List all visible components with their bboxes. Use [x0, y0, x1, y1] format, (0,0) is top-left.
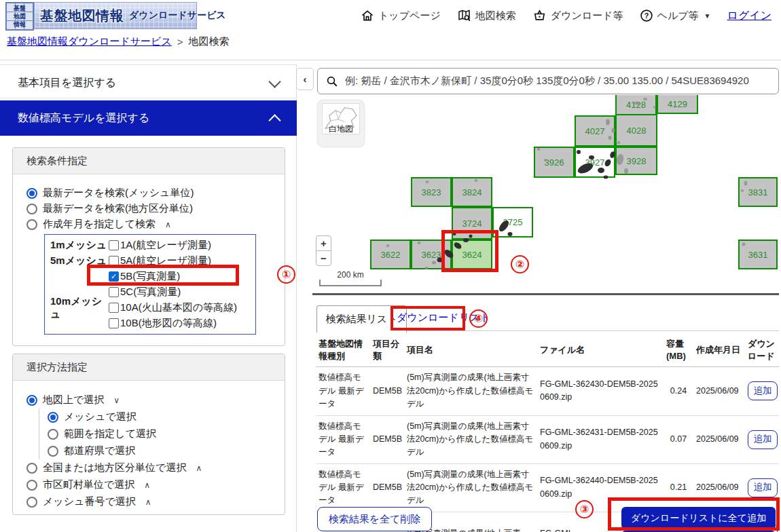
mesh-tile-3824[interactable]: 3824: [452, 177, 492, 207]
add-to-download-button[interactable]: 追加: [748, 478, 778, 497]
map-search-input[interactable]: 例: 剱岳 / 金沢市木ノ新保町 / 35度0分0秒 135度0分0秒 / 35…: [317, 68, 779, 94]
nested-method-options: メッシュで選択範囲を指定して選択都道府県で選択: [39, 408, 285, 459]
dropdown-caret-icon: ▼: [704, 12, 711, 20]
breadcrumb-home-link[interactable]: 基盤地図情報ダウンロードサービス: [7, 35, 172, 48]
accordion-basic-items[interactable]: 基本項目を選択する: [0, 69, 297, 98]
zoom-out-button[interactable]: −: [316, 250, 331, 266]
mesh-tile-3831[interactable]: 3831: [738, 177, 778, 207]
checkbox-unchecked-icon[interactable]: [109, 256, 119, 266]
help-icon: ?: [640, 9, 653, 22]
mesh-tile-3623[interactable]: 3623: [411, 240, 452, 269]
method-radio-1[interactable]: メッシュで選択: [48, 408, 285, 425]
checkbox-unchecked-icon[interactable]: [109, 240, 119, 250]
minus-icon: −: [321, 252, 327, 264]
map-canvas[interactable]: 4128412940274028392639273928382338243831…: [301, 95, 781, 293]
add-all-to-download-list-button[interactable]: ダウンロードリストに全て追加: [621, 507, 776, 529]
tab-search-results-label: 検索結果リスト: [325, 313, 397, 326]
radio-icon[interactable]: [48, 446, 58, 457]
radio-icon[interactable]: [26, 219, 37, 230]
mesh-type-label: 5A(航空レーザ測量): [120, 254, 211, 267]
search-cond-radio-2[interactable]: 作成年月を指定して検索∧: [26, 216, 285, 232]
method-radio-2[interactable]: 範囲を指定して選択: [48, 425, 285, 442]
mesh-tile-3928[interactable]: 3928: [615, 147, 657, 175]
logo-mark-line: 地図: [14, 12, 26, 20]
cell-size: 0.24: [664, 381, 693, 402]
mesh-tile-label: 3823: [422, 187, 441, 197]
result-row-1: 数値標高モデル 最新データDEM5B(5m)写真測量の成果(地上画素寸法20cm…: [316, 416, 779, 464]
radio-icon[interactable]: [26, 463, 37, 474]
mesh-tile-3926[interactable]: 3926: [534, 147, 575, 178]
method-radio-5[interactable]: 市区町村単位で選択∧: [26, 476, 285, 493]
mesh-tile-4027[interactable]: 4027: [575, 115, 615, 147]
top-nav: トップページ地図検索ダウンロード等?ヘルプ等▼ログイン: [377, 0, 781, 31]
mesh-tile-4028[interactable]: 4028: [615, 114, 657, 147]
zoom-in-button[interactable]: +: [316, 235, 331, 251]
mesh-tile-4129[interactable]: 4129: [657, 95, 698, 114]
column-header-6: ダウンロード: [745, 334, 779, 366]
checkbox-unchecked-icon[interactable]: [109, 318, 119, 328]
mesh-tile-3927[interactable]: 3927: [575, 147, 615, 178]
radio-icon[interactable]: [48, 412, 58, 423]
method-radio-4[interactable]: 全国または地方区分単位で選択∧: [26, 459, 285, 476]
mesh-tile-4128[interactable]: 4128: [615, 95, 657, 115]
mesh-tile-3631[interactable]: 3631: [738, 240, 778, 269]
column-header-2: 項目名: [404, 340, 537, 360]
selection-method-options: 地図上で選択∨メッシュで選択範囲を指定して選択都道府県で選択全国または地方区分単…: [13, 381, 285, 510]
search-results-table: 基盤地図情報種別項目分類項目名ファイル名容量(MB)作成年月日ダウンロード 数値…: [316, 334, 779, 532]
radio-icon[interactable]: [26, 188, 37, 199]
mesh-group-label: 5mメッシュ: [50, 254, 109, 267]
cell-download: 追加: [745, 377, 779, 404]
add-to-download-button[interactable]: 追加: [748, 430, 778, 449]
cell-item-name: (5m)写真測量の成果(地上画素寸法20cm)から作成した数値標高モデル: [404, 367, 537, 415]
nav-download[interactable]: ダウンロード等: [532, 9, 623, 22]
nav-help[interactable]: ?ヘルプ等▼: [640, 9, 711, 22]
method-radio-0[interactable]: 地図上で選択∨: [26, 392, 285, 408]
logo-title: 基盤地図情報: [40, 7, 124, 25]
mesh-tile-label: 3622: [381, 250, 401, 260]
cell-date: 2025/06/09: [693, 381, 745, 402]
checkbox-checked-icon[interactable]: ✓: [109, 271, 119, 282]
chevron-left-icon: ‹: [304, 73, 307, 85]
nav-map-search[interactable]: 地図検索: [457, 9, 516, 22]
logo-mark-line: 基盤: [14, 4, 26, 12]
radio-icon[interactable]: [48, 429, 58, 440]
method-radio-label: 市区町村単位で選択: [43, 478, 134, 491]
radio-icon[interactable]: [26, 480, 37, 491]
cell-class: DEM5B: [370, 381, 404, 402]
accordion-dem-label: 数値標高モデルを選択する: [18, 111, 149, 126]
clear-all-results-button[interactable]: 検索結果を全て削除: [317, 507, 432, 531]
mesh-tile-label: 3928: [627, 156, 647, 166]
header-divider: [0, 60, 781, 60]
radio-icon[interactable]: [26, 204, 37, 214]
mesh-tile-3823[interactable]: 3823: [411, 177, 452, 207]
column-header-3: ファイル名: [537, 340, 664, 360]
method-radio-label: メッシュで選択: [64, 411, 137, 423]
tab-download-list[interactable]: ダウンロードリスト: [397, 311, 490, 324]
collapse-caret-icon: ∧: [165, 220, 171, 229]
method-radio-3[interactable]: 都道府県で選択: [48, 442, 285, 459]
accordion-dem[interactable]: 数値標高モデルを選択する: [0, 100, 297, 136]
mesh-tile-3725[interactable]: 3725: [492, 207, 533, 238]
tab-search-results[interactable]: 検索結果リスト: [316, 305, 407, 332]
mesh-tile-3724[interactable]: 3724: [452, 207, 492, 240]
nav-top-page[interactable]: トップページ: [361, 9, 441, 22]
mesh-tile-3624[interactable]: 3624: [452, 240, 492, 269]
method-radio-label: 範囲を指定して選択: [64, 428, 156, 440]
site-logo[interactable]: 基盤地図情報 ダウンロードサービス: [34, 2, 197, 29]
plus-icon: +: [321, 238, 327, 249]
search-cond-radio-1[interactable]: 最新データを検索(地方区分単位): [26, 201, 285, 216]
nav-login[interactable]: ログイン: [727, 9, 772, 23]
radio-icon[interactable]: [26, 395, 37, 406]
basemap-layer-button[interactable]: 白地図: [318, 100, 364, 147]
nav-help-label: ヘルプ等: [657, 10, 699, 22]
mesh-tile-label: 3631: [748, 250, 768, 260]
radio-icon[interactable]: [26, 497, 37, 508]
checkbox-unchecked-icon[interactable]: [109, 303, 119, 313]
search-cond-radio-0[interactable]: 最新データを検索(メッシュ単位): [26, 185, 285, 201]
method-radio-6[interactable]: メッシュ番号で選択∧: [26, 493, 285, 510]
column-header-5: 作成年月日: [693, 340, 745, 360]
mesh-tile-3622[interactable]: 3622: [370, 240, 411, 269]
add-to-download-button[interactable]: 追加: [748, 381, 778, 400]
checkbox-unchecked-icon[interactable]: [109, 287, 119, 297]
sidebar-collapse-button[interactable]: ‹: [296, 68, 314, 90]
